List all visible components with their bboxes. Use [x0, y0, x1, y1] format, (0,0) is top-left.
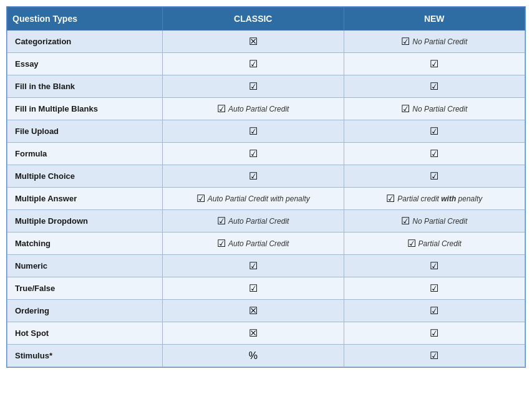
cross-icon: ☒: [249, 305, 258, 317]
checkmark-icon: ☑: [430, 125, 438, 137]
table-row: Fill in Multiple Blanks☑Auto Partial Cre…: [7, 98, 525, 120]
new-cell: ☑: [344, 143, 525, 165]
question-type-cell: Stimulus*: [7, 345, 163, 367]
classic-cell: ☑Auto Partial Credit with penalty: [163, 188, 344, 210]
classic-cell: ☑: [163, 255, 344, 277]
new-cell: ☑: [344, 165, 525, 188]
checkmark-icon: ☑: [401, 103, 410, 115]
question-type-cell: Hot Spot: [7, 322, 163, 345]
new-cell: ☑: [344, 322, 525, 345]
classic-cell: %: [163, 345, 344, 367]
cell-label: Auto Partial Credit: [228, 217, 289, 226]
cell-label: Auto Partial Credit with penalty: [208, 194, 310, 203]
col-question-types: Question Types: [7, 7, 163, 31]
checkmark-icon: ☑: [217, 103, 226, 115]
table-row: Categorization☒☑No Partial Credit: [7, 31, 525, 53]
checkmark-icon: ☑: [249, 260, 258, 272]
percent-icon: %: [249, 350, 258, 362]
table-row: Essay☑☑: [7, 53, 525, 75]
checkmark-icon: ☑: [249, 170, 258, 182]
question-type-cell: True/False: [7, 277, 163, 300]
table-row: Hot Spot☒☑: [7, 322, 525, 345]
cross-icon: ☒: [249, 36, 258, 47]
new-cell: ☑No Partial Credit: [344, 31, 525, 53]
table-row: Multiple Choice☑☑: [7, 165, 525, 188]
table-row: Multiple Dropdown☑Auto Partial Credit☑No…: [7, 210, 525, 232]
table-row: Ordering☒☑: [7, 300, 525, 322]
classic-cell: ☑: [163, 277, 344, 300]
cell-label: No Partial Credit: [412, 217, 467, 226]
checkmark-icon: ☑: [249, 282, 258, 294]
question-type-cell: Multiple Dropdown: [7, 210, 163, 232]
classic-cell: ☒: [163, 300, 344, 322]
new-cell: ☑Partial Credit: [344, 232, 525, 255]
checkmark-icon: ☑: [430, 80, 438, 92]
classic-cell: ☑: [163, 165, 344, 188]
cell-label: Auto Partial Credit: [228, 239, 289, 248]
question-type-cell: Numeric: [7, 255, 163, 277]
checkmark-icon: ☑: [249, 58, 258, 70]
col-classic: CLASSIC: [163, 7, 344, 31]
checkmark-icon: ☑: [430, 260, 438, 272]
question-type-cell: Matching: [7, 232, 163, 255]
new-cell: ☑Partial credit with penalty: [344, 188, 525, 210]
classic-cell: ☒: [163, 322, 344, 345]
table-row: File Upload☑☑: [7, 120, 525, 143]
new-cell: ☑: [344, 255, 525, 277]
classic-cell: ☑Auto Partial Credit: [163, 232, 344, 255]
new-cell: ☑No Partial Credit: [344, 210, 525, 232]
checkmark-icon: ☑: [196, 193, 205, 204]
checkmark-icon: ☑: [407, 237, 416, 249]
classic-cell: ☑: [163, 120, 344, 143]
checkmark-icon: ☑: [217, 215, 226, 227]
table-row: Multiple Answer☑Auto Partial Credit with…: [7, 188, 525, 210]
checkmark-icon: ☑: [430, 350, 438, 362]
checkmark-icon: ☑: [430, 170, 438, 182]
checkmark-icon: ☑: [430, 305, 438, 317]
checkmark-icon: ☑: [249, 148, 258, 160]
new-cell: ☑: [344, 75, 525, 98]
cell-label: No Partial Credit: [412, 37, 467, 46]
question-type-cell: Essay: [7, 53, 163, 75]
cell-label: No Partial Credit: [412, 105, 467, 113]
cell-label: Partial Credit: [418, 239, 462, 248]
table-row: Stimulus*%☑: [7, 345, 525, 367]
new-cell: ☑: [344, 53, 525, 75]
checkmark-icon: ☑: [430, 327, 438, 339]
new-cell: ☑No Partial Credit: [344, 98, 525, 120]
cell-label: Auto Partial Credit: [228, 105, 289, 113]
table-row: Formula☑☑: [7, 143, 525, 165]
classic-cell: ☑: [163, 143, 344, 165]
question-type-cell: Categorization: [7, 31, 163, 53]
checkmark-icon: ☑: [249, 80, 258, 92]
table-row: Matching☑Auto Partial Credit☑Partial Cre…: [7, 232, 525, 255]
checkmark-icon: ☑: [386, 193, 395, 204]
new-cell: ☑: [344, 300, 525, 322]
checkmark-icon: ☑: [217, 237, 226, 249]
question-type-cell: File Upload: [7, 120, 163, 143]
checkmark-icon: ☑: [401, 36, 410, 47]
checkmark-icon: ☑: [430, 148, 438, 160]
col-new: NEW: [344, 7, 525, 31]
new-cell: ☑: [344, 120, 525, 143]
question-type-cell: Multiple Choice: [7, 165, 163, 188]
new-cell: ☑: [344, 277, 525, 300]
cross-icon: ☒: [249, 327, 258, 339]
question-type-cell: Ordering: [7, 300, 163, 322]
cell-label: Partial credit with penalty: [397, 194, 482, 203]
classic-cell: ☑: [163, 75, 344, 98]
table-row: True/False☑☑: [7, 277, 525, 300]
checkmark-icon: ☑: [249, 125, 258, 137]
classic-cell: ☒: [163, 31, 344, 53]
comparison-table: Question Types CLASSIC NEW Categorizatio…: [6, 6, 526, 368]
table-row: Numeric☑☑: [7, 255, 525, 277]
checkmark-icon: ☑: [401, 215, 410, 227]
question-type-cell: Fill in Multiple Blanks: [7, 98, 163, 120]
classic-cell: ☑Auto Partial Credit: [163, 98, 344, 120]
checkmark-icon: ☑: [430, 282, 438, 294]
classic-cell: ☑: [163, 53, 344, 75]
question-type-cell: Multiple Answer: [7, 188, 163, 210]
question-type-cell: Formula: [7, 143, 163, 165]
checkmark-icon: ☑: [430, 58, 438, 70]
classic-cell: ☑Auto Partial Credit: [163, 210, 344, 232]
